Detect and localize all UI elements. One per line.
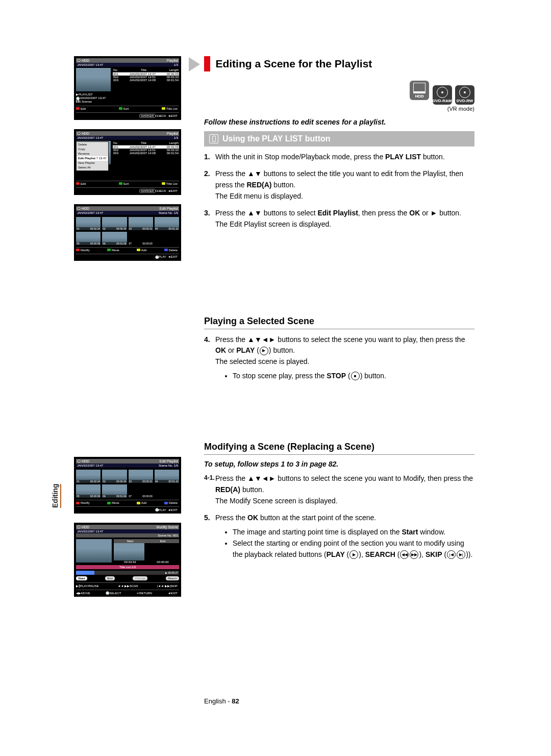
red-bar-icon	[204, 56, 210, 71]
play-icon: ▶	[260, 347, 268, 355]
table-row[interactable]: 003JAN/02/2007 14:0800:01:54	[113, 152, 179, 155]
meta-date: JAN/02/2007 13:47	[80, 96, 106, 100]
scene-number-label: Scene No. 001	[76, 533, 179, 538]
ui-modify-scene: 🖵 HDDModify Scene JAN/02/2007 13:47 Scen…	[74, 523, 181, 597]
thumbnail-image	[76, 68, 111, 91]
foot-exit[interactable]: EXIT	[171, 114, 178, 117]
btn-start[interactable]: Start	[76, 576, 87, 580]
table-row[interactable]: 003JAN/02/2007 14:0800:01:54	[113, 79, 179, 82]
main-heading: Editing a Scene for the Playlist	[215, 58, 372, 70]
rewind-icon: ◀◀	[400, 550, 409, 559]
menu-rename[interactable]: Rename	[77, 152, 108, 156]
footer-language: English	[204, 697, 226, 705]
scene-cell[interactable]: 0600:01:06	[102, 484, 127, 498]
foot-modify[interactable]: Modify	[81, 249, 90, 252]
left-illustrations-2: 🖵 HDDEdit Playlist JAN/02/2007 13:47Scen…	[74, 457, 181, 606]
ui-playlist-list: 🖵 HDDPlaylist JAN/02/2007 13:471/3 ▶ PLA…	[74, 56, 181, 120]
scene-cell[interactable]: 0200:00:34	[102, 217, 127, 230]
progress-bar[interactable]: ▶ 00:05:27	[76, 571, 179, 575]
setup-note: To setup, follow steps 1 to 3 in page 82…	[204, 460, 474, 468]
menu-edit-playlist[interactable]: Edit Playlist 7 13:47	[77, 156, 108, 161]
foot-scan[interactable]: SCAN	[130, 584, 138, 588]
scene-cell-empty	[155, 232, 179, 245]
btn-change[interactable]: Change	[133, 576, 147, 580]
vr-mode-label: (VR mode)	[204, 106, 474, 112]
bullet-item: Select the starting or ending point of t…	[233, 538, 474, 560]
foot-move[interactable]: Move	[112, 249, 119, 252]
foot-check[interactable]: CHECK	[156, 114, 166, 117]
th-title: Title	[141, 68, 146, 71]
end-header: End	[146, 539, 179, 543]
menu-new-playlist[interactable]: New Playlist	[77, 161, 108, 165]
foot-sort[interactable]: Sort	[123, 107, 129, 110]
foot-move[interactable]: MOVE	[81, 592, 90, 595]
th-length: Length	[169, 68, 179, 71]
btn-end[interactable]: End	[105, 576, 115, 580]
preview-thumb	[76, 539, 112, 563]
start-header: Start	[114, 539, 146, 543]
scene-cell[interactable]: 0700:00:00	[129, 484, 153, 498]
scene-cell[interactable]: 0600:01:06	[102, 232, 127, 245]
hdd-label: HDD	[82, 59, 89, 62]
scene-cell[interactable]: 0300:00:31	[129, 470, 153, 483]
th-no: No.	[113, 68, 118, 71]
step-item: 4. Press the ▲▼◄► buttons to select the …	[204, 334, 474, 382]
modify-scene-label: Modify Scene	[128, 525, 179, 529]
meta-playlist: PLAYLIST	[79, 93, 93, 96]
manual-page: 🖵 HDDPlaylist JAN/02/2007 13:471/3 ▶ PLA…	[0, 0, 551, 756]
dvd-ram-icon: DVD-RAM	[433, 85, 452, 105]
scene-cell-empty	[155, 484, 179, 498]
scene-cell[interactable]: 0500:00:09	[76, 484, 101, 498]
scene-cell[interactable]: 0100:02:24	[76, 470, 101, 483]
foot-title-list[interactable]: Title List	[166, 107, 178, 110]
side-tab: Editing	[51, 484, 61, 508]
title-list-bar: Title List 1/3	[76, 565, 179, 569]
step-item: 1. With the unit in Stop mode/Playback m…	[204, 152, 474, 163]
ui-edit-playlist-grid-2: 🖵 HDDEdit Playlist JAN/02/2007 13:47Scen…	[74, 457, 181, 514]
scene-cell[interactable]: 0700:00:00	[129, 232, 153, 245]
menu-select-all[interactable]: Select All	[77, 165, 108, 170]
skip-fwd-icon: ▶|	[457, 550, 465, 559]
step-item: 3. Press the ▲▼ buttons to select Edit P…	[204, 208, 474, 230]
modify-heading: Modifying a Scene (Replacing a Scene)	[204, 442, 474, 455]
right-content: Editing a Scene for the Playlist HDD DVD…	[204, 56, 474, 567]
end-thumb	[146, 543, 177, 560]
play-icon: ▶	[349, 550, 358, 559]
foot-edit[interactable]: Edit	[81, 107, 86, 110]
left-illustrations: 🖵 HDDPlaylist JAN/02/2007 13:471/3 ▶ PLA…	[74, 56, 181, 270]
menu-delete[interactable]: Delete	[77, 142, 108, 147]
start-thumb	[114, 543, 144, 560]
stop-icon: ■	[351, 372, 360, 380]
foot-skip[interactable]: SKIP	[170, 584, 178, 588]
foot-select[interactable]: SELECT	[109, 592, 121, 595]
btn-return[interactable]: Return	[166, 576, 179, 580]
foot-exit[interactable]: EXIT	[171, 592, 178, 595]
ui-context-menu: 🖵 HDDPlaylist JAN/02/2007 13:471/3 No.Ti…	[74, 129, 181, 195]
foot-delete[interactable]: Delete	[169, 249, 178, 252]
main-heading-row: Editing a Scene for the Playlist	[204, 56, 474, 71]
scene-cell[interactable]: 0100:02:24	[76, 217, 101, 230]
hand-pointing-icon	[209, 134, 218, 143]
steps-list-1: 1. With the unit in Stop mode/Playback m…	[204, 152, 474, 230]
scene-cell[interactable]: 0200:00:34	[102, 470, 127, 483]
playlist-button-heading: Using the PLAY LIST button	[204, 131, 474, 147]
meta-scenes: 6 Scenes	[79, 100, 92, 103]
scene-cell[interactable]: 0300:00:31	[129, 217, 153, 230]
page-footer: English - 82	[204, 697, 239, 705]
steps-list-3: 4-1. Press the ▲▼◄► buttons to select th…	[204, 473, 474, 560]
menu-copy[interactable]: Copy	[77, 147, 108, 152]
scene-cell[interactable]: 0500:00:09	[76, 232, 101, 245]
edit-playlist-label: Edit Playlist	[128, 206, 179, 211]
footer-page-number: 82	[232, 697, 239, 705]
foot-play[interactable]: PLAY	[159, 255, 166, 258]
bullet-item: The image and starting point time is dis…	[233, 527, 474, 538]
foot-play-pause[interactable]: PLAY/PAUSE	[80, 584, 98, 588]
hdd-icon: HDD	[410, 81, 429, 100]
scene-cell[interactable]: 0400:01:22	[155, 470, 179, 483]
playing-heading: Playing a Selected Scene	[204, 316, 474, 329]
playlist-label: Playlist	[128, 58, 179, 63]
edit-context-menu: Delete Copy Rename Edit Playlist 7 13:47…	[76, 141, 109, 171]
foot-add[interactable]: Add	[141, 249, 147, 252]
foot-return[interactable]: RETURN	[139, 592, 152, 595]
scene-cell[interactable]: 0400:01:22	[155, 217, 179, 230]
